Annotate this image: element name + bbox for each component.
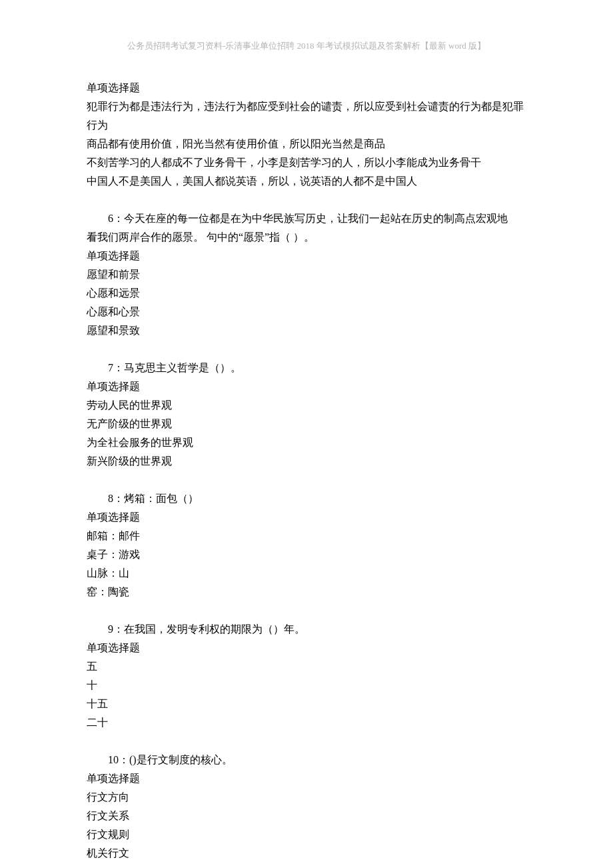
answer-option: 商品都有使用价值，阳光当然有使用价值，所以阳光当然是商品 [87,135,526,153]
paragraph-gap [87,340,526,359]
answer-option: 机关行文 [87,844,526,863]
paragraph-gap [87,471,526,489]
answer-option: 犯罪行为都是违法行为，违法行为都应受到社会的谴责，所以应受到社会谴责的行为都是犯… [87,97,526,135]
question-stem: 8：烤箱：面包（） [87,489,526,508]
question-type-label: 单项选择题 [87,79,526,97]
question-type-label: 单项选择题 [87,639,526,657]
answer-option: 行文规则 [87,825,526,844]
answer-option: 无产阶级的世界观 [87,415,526,433]
answer-option: 心愿和心景 [87,303,526,321]
answer-option: 五 [87,657,526,676]
question-stem: 9：在我国，发明专利权的期限为（）年。 [87,620,526,639]
paragraph-gap [87,863,526,868]
question-stem: 7：马克思主义哲学是（）。 [87,359,526,377]
question-type-label: 单项选择题 [87,377,526,396]
answer-option: 心愿和远景 [87,284,526,303]
answer-option: 十五 [87,695,526,713]
question-type-label: 单项选择题 [87,247,526,265]
question-type-label: 单项选择题 [87,508,526,527]
answer-option: 桌子：游戏 [87,545,526,564]
answer-option: 十 [87,676,526,695]
answer-option: 为全社会服务的世界观 [87,433,526,452]
answer-option: 山脉：山 [87,564,526,583]
paragraph-gap [87,601,526,620]
answer-option: 窑：陶瓷 [87,583,526,601]
answer-option: 愿望和前景 [87,265,526,284]
page-header: 公务员招聘考试复习资料-乐清事业单位招聘 2018 年考试模拟试题及答案解析【最… [87,40,526,52]
question-stem: 6：今天在座的每一位都是在为中华民族写历史，让我们一起站在历史的制高点宏观地 [87,209,526,228]
answer-option: 行文方向 [87,788,526,807]
question-stem-continued: 看我们两岸合作的愿景。 句中的“愿景”指（ ）。 [87,228,526,247]
answer-option: 愿望和景致 [87,321,526,340]
document-page: 公务员招聘考试复习资料-乐清事业单位招聘 2018 年考试模拟试题及答案解析【最… [0,0,613,868]
answer-option: 中国人不是美国人，美国人都说英语，所以，说英语的人都不是中国人 [87,172,526,191]
answer-option: 劳动人民的世界观 [87,396,526,415]
answer-option: 行文关系 [87,807,526,825]
answer-option: 不刻苦学习的人都成不了业务骨干，小李是刻苦学习的人，所以小李能成为业务骨干 [87,153,526,172]
question-stem: 10：()是行文制度的核心。 [87,751,526,769]
question-type-label: 单项选择题 [87,769,526,788]
paragraph-gap [87,732,526,751]
paragraph-gap [87,191,526,209]
answer-option: 二十 [87,713,526,732]
answer-option: 新兴阶级的世界观 [87,452,526,471]
answer-option: 邮箱：邮件 [87,527,526,545]
document-body: 单项选择题 犯罪行为都是违法行为，违法行为都应受到社会的谴责，所以应受到社会谴责… [87,79,526,868]
